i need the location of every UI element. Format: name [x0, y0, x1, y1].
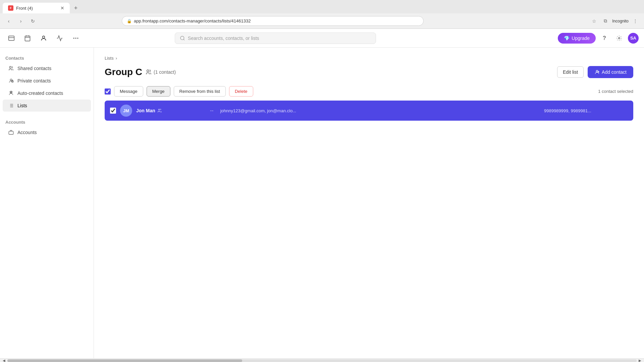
svg-rect-0 [9, 36, 14, 40]
message-button[interactable]: Message [114, 86, 143, 97]
contact-row[interactable]: JM Jon Man -- johnny123@gmail.com, jon@m… [105, 101, 633, 121]
shared-contacts-label: Shared contacts [17, 66, 51, 71]
back-button[interactable]: ‹ [4, 16, 13, 26]
more-apps-button[interactable] [70, 32, 82, 44]
main-layout: Contacts Shared contacts Private contact… [0, 48, 644, 358]
url-text: app.frontapp.com/contacts-manager/contac… [134, 18, 251, 23]
page-actions: Edit list Add contact [557, 66, 633, 78]
svg-point-25 [596, 70, 598, 72]
calendar-icon [24, 35, 31, 42]
svg-point-8 [77, 38, 78, 39]
inbox-icon [8, 35, 15, 42]
tab-title: Front (4) [16, 6, 33, 11]
contacts-toolbar: Message Merge Remove from this list Dele… [105, 86, 633, 97]
extension-icon[interactable]: ⧉ [601, 16, 610, 26]
svg-marker-16 [10, 91, 12, 93]
sidebar-item-lists[interactable]: Lists [3, 100, 91, 112]
lists-label: Lists [17, 103, 27, 108]
contacts-icon [40, 35, 47, 42]
page-header: Group C (1 contact) Edit list Add contac… [105, 66, 633, 78]
add-contact-label: Add contact [602, 69, 627, 75]
new-tab-button[interactable]: + [71, 3, 80, 13]
svg-point-6 [73, 38, 74, 39]
browser-chrome: F Front (4) ✕ + ‹ › ↻ 🔒 app.frontapp.com… [0, 0, 644, 29]
scroll-thumb[interactable] [7, 359, 242, 362]
contact-avatar: JM [120, 105, 132, 117]
search-input[interactable] [188, 36, 371, 41]
tab-close-button[interactable]: ✕ [60, 5, 64, 11]
upgrade-gem-icon: 💎 [564, 36, 570, 41]
sidebar-item-private-contacts[interactable]: Private contacts [3, 75, 91, 87]
add-contact-button[interactable]: Add contact [588, 66, 633, 78]
page-title: Group C [105, 67, 142, 77]
upgrade-label: Upgrade [572, 36, 590, 41]
app-header: 💎 Upgrade ? SA [0, 29, 644, 48]
shared-contacts-icon [8, 65, 14, 71]
sidebar-item-auto-created-contacts[interactable]: Auto-created contacts [3, 87, 91, 99]
delete-button[interactable]: Delete [229, 86, 253, 97]
contact-emails: johnny123@gmail.com, jon@man.clo... [220, 108, 540, 113]
lists-icon [8, 103, 14, 109]
sidebar-item-accounts[interactable]: Accounts [3, 126, 91, 138]
nav-bar: ‹ › ↻ 🔒 app.frontapp.com/contacts-manage… [0, 13, 644, 28]
help-icon: ? [603, 35, 606, 41]
chart-icon-button[interactable] [54, 32, 66, 44]
svg-point-11 [619, 37, 620, 39]
search-bar[interactable] [175, 33, 376, 44]
svg-rect-23 [9, 131, 13, 134]
tab-bar: F Front (4) ✕ + [0, 0, 644, 13]
contact-count-label: (1 contact) [154, 69, 176, 75]
svg-point-28 [158, 109, 160, 110]
forward-button[interactable]: › [16, 16, 25, 26]
address-bar[interactable]: 🔒 app.frontapp.com/contacts-manager/cont… [122, 16, 424, 26]
svg-point-12 [9, 66, 11, 68]
svg-point-13 [10, 79, 12, 81]
chart-icon [56, 35, 63, 42]
accounts-section-label: Accounts [0, 117, 94, 126]
lock-icon: 🔒 [127, 19, 132, 23]
svg-rect-1 [25, 36, 30, 41]
scroll-right-arrow[interactable]: ▶ [637, 357, 643, 362]
scroll-left-arrow[interactable]: ◀ [1, 357, 7, 362]
help-button[interactable]: ? [598, 32, 610, 44]
scroll-track[interactable] [7, 359, 637, 362]
content-area: Lists › Group C (1 contact) Edit list Ad [94, 48, 644, 358]
private-contacts-label: Private contacts [17, 78, 51, 83]
merge-button[interactable]: Merge [147, 86, 170, 97]
more-button[interactable]: ⋮ [631, 16, 640, 26]
nav-actions: ☆ ⧉ Incognito ⋮ [589, 16, 640, 26]
browser-tab-active[interactable]: F Front (4) ✕ [3, 3, 70, 13]
tab-favicon: F [8, 5, 13, 11]
page-subtitle: (1 contact) [146, 69, 176, 75]
edit-list-button[interactable]: Edit list [557, 66, 584, 78]
select-all-checkbox[interactable] [105, 88, 111, 95]
app-shell: 💎 Upgrade ? SA Contacts Shared contacts [0, 29, 644, 362]
user-avatar[interactable]: SA [628, 33, 639, 44]
contacts-icon-button[interactable] [38, 32, 50, 44]
breadcrumb-lists-link[interactable]: Lists [105, 56, 114, 61]
incognito-label: Incognito [612, 16, 629, 26]
bookmark-icon[interactable]: ☆ [589, 16, 599, 26]
svg-point-7 [75, 38, 76, 39]
refresh-button[interactable]: ↻ [28, 16, 38, 26]
sidebar-item-shared-contacts[interactable]: Shared contacts [3, 62, 91, 74]
remove-from-list-button[interactable]: Remove from this list [174, 86, 226, 97]
inbox-icon-button[interactable] [5, 32, 17, 44]
contact-checkbox[interactable] [110, 108, 116, 114]
svg-point-24 [147, 70, 149, 72]
svg-point-5 [43, 36, 45, 38]
sidebar: Contacts Shared contacts Private contact… [0, 48, 94, 358]
more-dots-icon [72, 35, 79, 42]
contact-separator: -- [210, 108, 214, 114]
calendar-icon-button[interactable] [21, 32, 34, 44]
upgrade-button[interactable]: 💎 Upgrade [558, 33, 596, 44]
settings-icon [616, 35, 622, 41]
page-title-group: Group C (1 contact) [105, 67, 176, 77]
horizontal-scrollbar[interactable]: ◀ ▶ [0, 358, 644, 362]
settings-button[interactable] [613, 32, 625, 44]
search-icon [180, 36, 185, 41]
add-contact-icon [594, 69, 600, 75]
auto-created-contacts-label: Auto-created contacts [17, 90, 63, 96]
contact-group-icon [157, 108, 162, 113]
private-contacts-icon [8, 78, 14, 84]
